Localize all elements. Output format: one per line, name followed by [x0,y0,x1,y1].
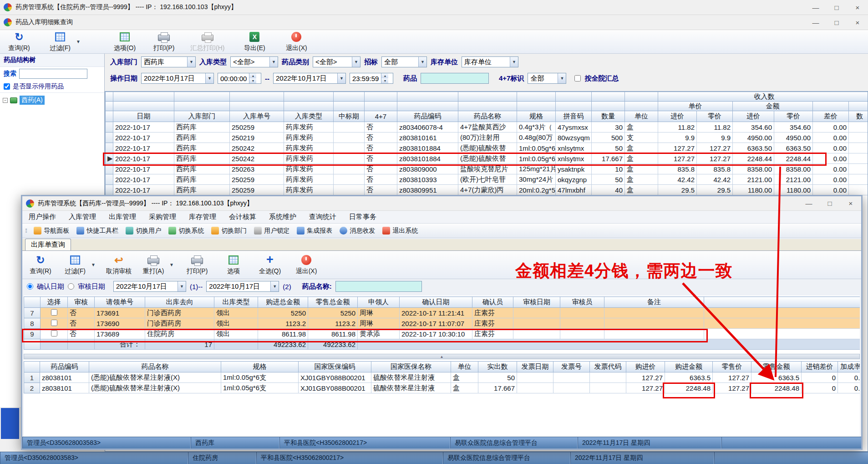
date-to-combobox[interactable]: 2022年10月17日 [273,73,346,84]
col-header[interactable]: 零售价 [713,362,751,372]
fg-query-button[interactable]: 查询(R) [26,253,55,277]
col-header[interactable]: 4+7 [365,111,397,122]
quick-messages[interactable]: 消息收发 [340,227,375,235]
col-header[interactable]: 单位 [625,111,658,122]
quick-user-lock[interactable]: 用户锁定 [254,227,289,235]
fg-maximize-icon[interactable]: □ [819,196,840,211]
bid-combobox[interactable]: 全部 [381,56,427,67]
fg-date-to-combobox[interactable]: 2022年10月17日 [206,281,279,292]
child-close-icon[interactable]: × [847,15,868,30]
col-header[interactable]: 入库部门 [174,111,230,122]
quick-reports[interactable]: 集成报表 [297,227,332,235]
col-header[interactable]: 确认日期 [400,297,472,308]
quick-shortcut-bar[interactable]: 快捷工具栏 [76,227,118,235]
tag47-combobox[interactable]: 全部 [528,73,566,84]
show-disabled-checkbox[interactable] [4,83,10,90]
col-header[interactable]: 国家医保编码 [299,362,371,372]
menu-query-stats[interactable]: 查询统计 [303,211,343,223]
col-header[interactable]: 请领单号 [95,297,145,308]
col-header[interactable]: 审核日期 [513,297,560,308]
col-header[interactable]: 零售总金额 [308,297,358,308]
col-header[interactable]: 出库去向 [145,297,214,308]
menu-system[interactable]: 系统维护 [263,211,303,223]
drug-input[interactable] [421,73,489,84]
col-header[interactable]: 审核 [68,297,95,308]
table-row[interactable]: 2022-10-17西药库250242药库发药否z8038101884(悉能)硫… [106,143,868,153]
fg-filter-dropdown-icon[interactable]: ▼ [90,254,97,276]
type-combobox[interactable]: <全部> [230,56,278,67]
col-header[interactable]: 零售金额 [751,362,802,372]
table-row[interactable]: ▶2022-10-17西药库250242药库发药否z8038101884(悉能)… [106,153,868,164]
query-button[interactable]: 查询(R) [5,30,34,54]
col-header[interactable]: 规格 [517,111,556,122]
col-header[interactable]: 发票日期 [517,362,553,372]
options-button[interactable]: 选项(O) [110,30,139,54]
quick-switch-user[interactable]: 切换用户 [126,227,161,235]
quick-switch-dept[interactable]: 切换部门 [211,227,247,235]
col-header[interactable]: 备注 [604,297,704,308]
menu-user-ops[interactable]: 用户操作 [22,211,62,223]
tree-expander-icon[interactable] [3,98,8,103]
col-header[interactable]: 入库类型 [284,111,334,122]
col-header[interactable]: 药品编码 [397,111,458,122]
table-row[interactable]: 8否173690门诊西药房领出1123.21123.2周琳2022-10-17 … [24,318,860,329]
child-maximize-icon[interactable]: □ [826,15,847,30]
confirm-date-radio[interactable] [27,283,33,290]
close-icon[interactable]: × [847,0,868,15]
col-header[interactable]: 发票号 [553,362,590,372]
col-header[interactable]: 数量 [592,111,625,122]
col-header[interactable]: 购进金额 [665,362,713,372]
col-header[interactable]: 购进价 [626,362,665,372]
hospital-summary-checkbox[interactable] [574,75,581,82]
col-header[interactable]: 药品编码 [40,362,89,372]
menu-purchase[interactable]: 采购管理 [142,211,183,223]
col-header[interactable]: 出库类型 [214,297,258,308]
filter-button[interactable]: 过滤(F) [46,30,75,54]
menu-accounting[interactable]: 会计核算 [223,211,263,223]
child-minimize-icon[interactable]: — [805,15,826,30]
row-select-checkbox[interactable] [51,330,57,337]
tab-outbound-query[interactable]: 出库单查询 [25,239,71,250]
fg-options-button[interactable]: 选项 [219,253,248,277]
table-row[interactable]: 2022-10-17西药库250259药库发药否z803810393(欧开)七叶… [106,174,868,185]
fg-close-icon[interactable]: × [840,196,861,211]
cancel-audit-button[interactable]: 取消审核 [103,253,134,277]
col-header[interactable]: 拼音码 [556,111,592,122]
tree-node-western-medicine[interactable]: 西药(A) [3,96,102,105]
col-header[interactable]: 进价 [733,111,774,122]
minimize-icon[interactable]: — [805,0,826,15]
print-button[interactable]: 打印(P) [149,30,178,54]
col-header[interactable]: 药品名称 [458,111,517,122]
fg-exit-button[interactable]: 退出(X) [292,253,321,277]
fg-drug-name-input[interactable] [335,281,422,292]
reprint-dropdown-icon[interactable]: ▼ [168,254,175,276]
quick-nav-panel[interactable]: 导航面板 [34,227,69,235]
fg-print-button[interactable]: 打印(P) [183,253,212,277]
menu-inbound[interactable]: 入库管理 [62,211,102,223]
col-header[interactable]: 单位 [451,362,478,372]
time-to-spinner[interactable]: 23:59:59▲▼ [350,73,393,84]
col-header[interactable]: 日期 [113,111,174,122]
fg-minimize-icon[interactable]: — [798,196,819,211]
splitter-handle[interactable]: ▲ [24,354,860,359]
col-header[interactable]: 发票代码 [590,362,626,372]
row-select-checkbox[interactable] [51,320,57,326]
fg-filter-button[interactable]: 过滤(F) [61,253,90,277]
col-header[interactable]: 购进总金额 [258,297,308,308]
col-header[interactable]: 规格 [221,362,299,372]
menu-inventory[interactable]: 库存管理 [183,211,223,223]
export-button[interactable]: 导出(E) [240,30,269,54]
table-row[interactable]: 2022-10-17西药库250259药库发药否z8038099514+7(力蒙… [106,185,868,195]
col-header[interactable]: 药品名称 [89,362,221,372]
col-header[interactable]: 实出数 [478,362,517,372]
menu-daily[interactable]: 日常事务 [343,211,383,223]
select-all-button[interactable]: 全选(Q) [255,253,284,277]
col-header[interactable]: 零价 [774,111,813,122]
quick-exit-system[interactable]: 退出系统 [382,227,418,235]
col-header[interactable]: 进销差价 [802,362,838,372]
col-header[interactable]: 入库单号 [230,111,284,122]
col-header[interactable]: 数 [849,111,868,122]
tree-search-input[interactable] [19,69,87,79]
table-row[interactable]: 2022-10-17西药库250219药库发药否z803810161(80万)注… [106,133,868,143]
table-row[interactable]: 9否173689住院药房领出8611.988611.98黄承添2022-10-1… [24,329,860,339]
